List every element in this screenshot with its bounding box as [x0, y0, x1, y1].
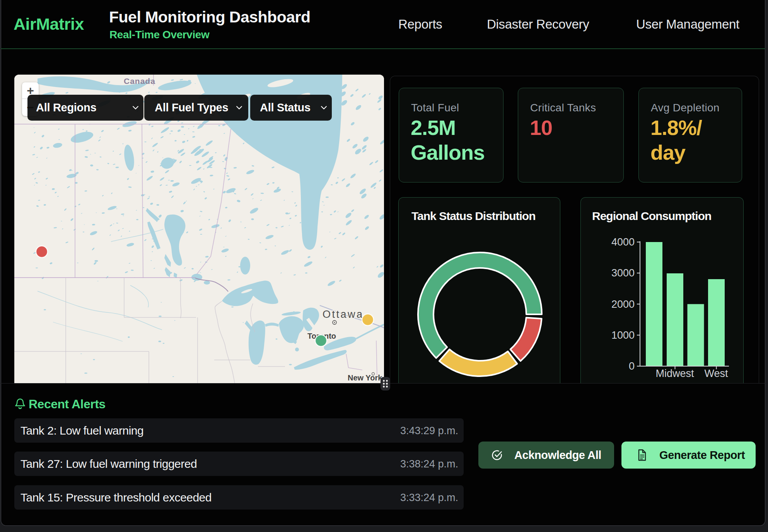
svg-text:3000: 3000 [611, 267, 635, 279]
svg-text:New York: New York [348, 373, 382, 382]
svg-text:Canada: Canada [124, 77, 155, 85]
svg-text:Midwest: Midwest [655, 368, 694, 379]
svg-text:West: West [704, 368, 728, 379]
svg-text:4000: 4000 [611, 236, 635, 248]
svg-text:1000: 1000 [611, 329, 635, 341]
svg-text:0: 0 [629, 360, 635, 372]
svg-text:2000: 2000 [611, 298, 635, 310]
svg-text:Ottawa: Ottawa [323, 309, 364, 320]
